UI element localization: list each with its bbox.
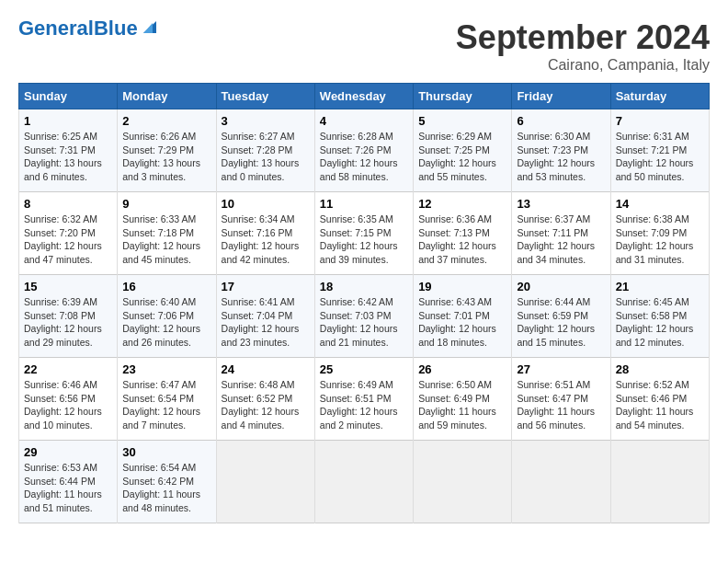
weekday-header-saturday: Saturday [610,84,709,109]
calendar-cell: 22Sunrise: 6:46 AM Sunset: 6:56 PM Dayli… [19,358,118,441]
calendar-cell: 24Sunrise: 6:48 AM Sunset: 6:52 PM Dayli… [216,358,314,441]
day-number: 27 [517,362,605,376]
day-number: 28 [616,362,704,376]
day-info: Sunrise: 6:33 AM Sunset: 7:18 PM Dayligh… [122,213,210,267]
day-info: Sunrise: 6:34 AM Sunset: 7:16 PM Dayligh… [222,213,310,267]
calendar-cell: 11Sunrise: 6:35 AM Sunset: 7:15 PM Dayli… [314,192,413,275]
day-info: Sunrise: 6:50 AM Sunset: 6:49 PM Dayligh… [418,378,506,432]
day-info: Sunrise: 6:44 AM Sunset: 6:59 PM Dayligh… [517,295,605,350]
day-info: Sunrise: 6:36 AM Sunset: 7:13 PM Dayligh… [418,213,506,267]
calendar-week-row: 29Sunrise: 6:53 AM Sunset: 6:44 PM Dayli… [19,441,710,523]
day-info: Sunrise: 6:37 AM Sunset: 7:11 PM Dayligh… [517,213,605,267]
day-number: 24 [222,362,310,376]
calendar-week-row: 15Sunrise: 6:39 AM Sunset: 7:08 PM Dayli… [19,275,710,358]
logo-text: GeneralBlue [18,18,138,39]
day-info: Sunrise: 6:51 AM Sunset: 6:47 PM Dayligh… [517,378,605,432]
weekday-header-tuesday: Tuesday [216,84,314,109]
day-number: 30 [122,445,210,459]
calendar-cell: 15Sunrise: 6:39 AM Sunset: 7:08 PM Dayli… [19,275,118,358]
day-number: 12 [418,197,506,211]
weekday-header-wednesday: Wednesday [314,84,413,109]
weekday-header-thursday: Thursday [414,84,512,109]
day-info: Sunrise: 6:40 AM Sunset: 7:06 PM Dayligh… [122,295,210,350]
weekday-header-monday: Monday [118,84,216,109]
day-number: 20 [517,280,605,293]
day-info: Sunrise: 6:48 AM Sunset: 6:52 PM Dayligh… [222,378,310,432]
day-info: Sunrise: 6:30 AM Sunset: 7:23 PM Dayligh… [517,130,605,184]
calendar-cell: 8Sunrise: 6:32 AM Sunset: 7:20 PM Daylig… [19,192,118,275]
day-number: 2 [122,114,210,128]
calendar-cell: 30Sunrise: 6:54 AM Sunset: 6:42 PM Dayli… [118,441,216,523]
calendar-cell [216,441,314,523]
day-number: 25 [320,362,408,376]
day-number: 7 [616,114,704,128]
day-info: Sunrise: 6:29 AM Sunset: 7:25 PM Dayligh… [418,130,506,184]
day-info: Sunrise: 6:45 AM Sunset: 6:58 PM Dayligh… [616,295,704,350]
day-number: 29 [24,445,112,459]
day-number: 1 [24,114,112,128]
day-info: Sunrise: 6:25 AM Sunset: 7:31 PM Dayligh… [24,130,112,184]
day-number: 26 [418,362,506,376]
day-number: 4 [320,114,408,128]
day-number: 3 [222,114,310,128]
calendar-cell: 23Sunrise: 6:47 AM Sunset: 6:54 PM Dayli… [118,358,216,441]
calendar-cell: 18Sunrise: 6:42 AM Sunset: 7:03 PM Dayli… [314,275,413,358]
day-info: Sunrise: 6:28 AM Sunset: 7:26 PM Dayligh… [320,130,408,184]
day-number: 13 [517,197,605,211]
day-number: 22 [24,362,112,376]
calendar-cell [414,441,512,523]
month-title: September 2024 [456,18,710,57]
day-info: Sunrise: 6:43 AM Sunset: 7:01 PM Dayligh… [418,295,506,350]
day-info: Sunrise: 6:42 AM Sunset: 7:03 PM Dayligh… [320,295,408,350]
calendar-cell [314,441,413,523]
logo-icon [140,17,160,37]
day-number: 18 [320,280,408,293]
day-info: Sunrise: 6:49 AM Sunset: 6:51 PM Dayligh… [320,378,408,432]
calendar-cell [610,441,709,523]
title-block: September 2024 Cairano, Campania, Italy [456,18,710,74]
day-info: Sunrise: 6:41 AM Sunset: 7:04 PM Dayligh… [222,295,310,350]
calendar-header: SundayMondayTuesdayWednesdayThursdayFrid… [19,84,710,109]
svg-marker-1 [143,23,153,33]
day-info: Sunrise: 6:38 AM Sunset: 7:09 PM Dayligh… [616,213,704,267]
calendar-week-row: 8Sunrise: 6:32 AM Sunset: 7:20 PM Daylig… [19,192,710,275]
day-info: Sunrise: 6:47 AM Sunset: 6:54 PM Dayligh… [122,378,210,432]
page-header: GeneralBlue September 2024 Cairano, Camp… [18,18,710,74]
calendar-cell: 3Sunrise: 6:27 AM Sunset: 7:28 PM Daylig… [216,109,314,192]
calendar-cell: 6Sunrise: 6:30 AM Sunset: 7:23 PM Daylig… [512,109,610,192]
calendar-cell: 10Sunrise: 6:34 AM Sunset: 7:16 PM Dayli… [216,192,314,275]
calendar-cell: 19Sunrise: 6:43 AM Sunset: 7:01 PM Dayli… [414,275,512,358]
calendar-cell: 28Sunrise: 6:52 AM Sunset: 6:46 PM Dayli… [610,358,709,441]
day-number: 19 [418,280,506,293]
calendar-cell: 14Sunrise: 6:38 AM Sunset: 7:09 PM Dayli… [610,192,709,275]
location-subtitle: Cairano, Campania, Italy [456,57,710,74]
day-info: Sunrise: 6:53 AM Sunset: 6:44 PM Dayligh… [24,461,112,515]
day-number: 21 [616,280,704,293]
calendar-cell: 4Sunrise: 6:28 AM Sunset: 7:26 PM Daylig… [314,109,413,192]
day-info: Sunrise: 6:54 AM Sunset: 6:42 PM Dayligh… [122,461,210,515]
calendar-cell: 25Sunrise: 6:49 AM Sunset: 6:51 PM Dayli… [314,358,413,441]
day-number: 10 [222,197,310,211]
day-number: 15 [24,280,112,293]
day-info: Sunrise: 6:26 AM Sunset: 7:29 PM Dayligh… [122,130,210,184]
weekday-header-sunday: Sunday [19,84,118,109]
calendar-cell: 20Sunrise: 6:44 AM Sunset: 6:59 PM Dayli… [512,275,610,358]
day-number: 8 [24,197,112,211]
calendar-week-row: 22Sunrise: 6:46 AM Sunset: 6:56 PM Dayli… [19,358,710,441]
calendar-cell: 21Sunrise: 6:45 AM Sunset: 6:58 PM Dayli… [610,275,709,358]
calendar-cell: 12Sunrise: 6:36 AM Sunset: 7:13 PM Dayli… [414,192,512,275]
calendar-table: SundayMondayTuesdayWednesdayThursdayFrid… [18,83,710,523]
day-number: 11 [320,197,408,211]
day-info: Sunrise: 6:39 AM Sunset: 7:08 PM Dayligh… [24,295,112,350]
calendar-cell: 2Sunrise: 6:26 AM Sunset: 7:29 PM Daylig… [118,109,216,192]
day-info: Sunrise: 6:35 AM Sunset: 7:15 PM Dayligh… [320,213,408,267]
day-number: 6 [517,114,605,128]
calendar-cell: 29Sunrise: 6:53 AM Sunset: 6:44 PM Dayli… [19,441,118,523]
calendar-cell [512,441,610,523]
calendar-cell: 1Sunrise: 6:25 AM Sunset: 7:31 PM Daylig… [19,109,118,192]
logo: GeneralBlue [18,18,160,39]
day-info: Sunrise: 6:31 AM Sunset: 7:21 PM Dayligh… [616,130,704,184]
day-info: Sunrise: 6:27 AM Sunset: 7:28 PM Dayligh… [222,130,310,184]
calendar-cell: 26Sunrise: 6:50 AM Sunset: 6:49 PM Dayli… [414,358,512,441]
day-number: 17 [222,280,310,293]
